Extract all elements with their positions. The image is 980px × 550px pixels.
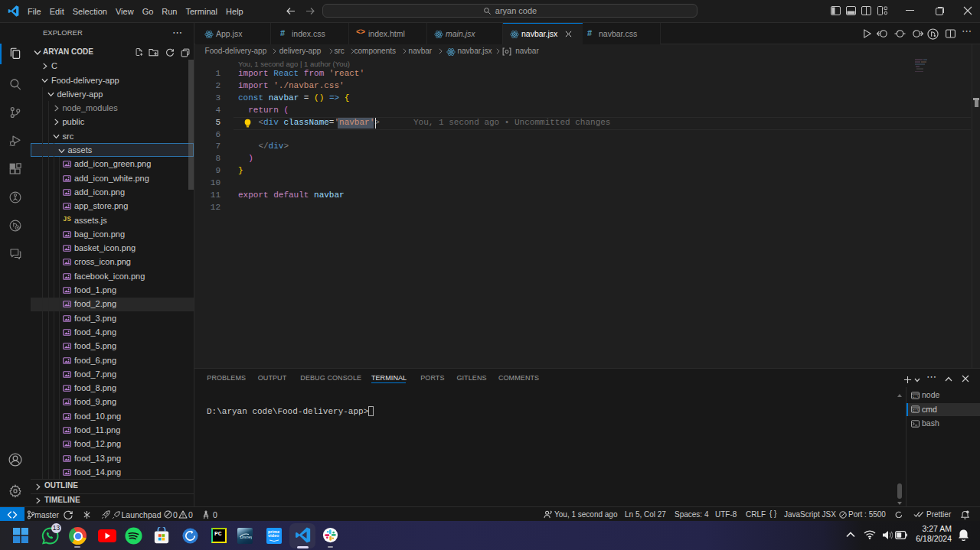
svg-text:Disney+: Disney+ — [240, 535, 253, 539]
svg-text:c:\: c:\ — [913, 394, 920, 398]
svg-text:c:\: c:\ — [913, 408, 920, 412]
